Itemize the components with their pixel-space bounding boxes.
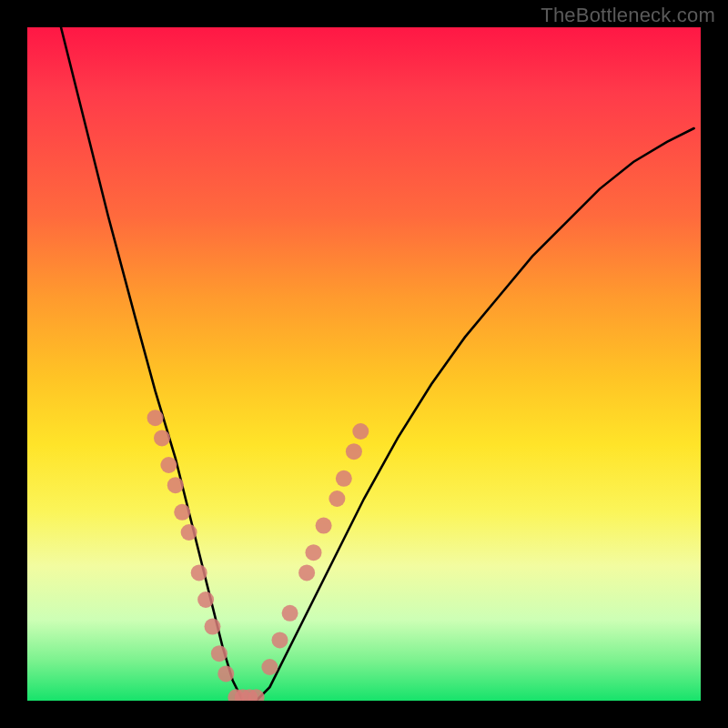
marker-dot	[272, 632, 288, 648]
plot-area	[27, 27, 701, 701]
marker-dot	[147, 410, 164, 426]
marker-dot	[282, 605, 298, 622]
marker-dot	[352, 423, 369, 440]
attribution-label: TheBottleneck.com	[541, 4, 715, 27]
marker-dot	[316, 518, 332, 534]
marker-dot	[160, 457, 177, 473]
marker-dot	[217, 665, 234, 682]
marker-dot	[181, 524, 197, 541]
marker-dot	[191, 564, 207, 581]
chart-frame: TheBottleneck.com	[0, 0, 728, 728]
marker-dot	[205, 619, 221, 635]
marker-dot	[336, 470, 352, 487]
bottleneck-curve	[61, 27, 694, 701]
marker-dot	[197, 592, 214, 608]
marker-dot	[329, 490, 345, 507]
marker-dot	[211, 645, 228, 662]
marker-dot	[306, 544, 322, 561]
marker-dot	[298, 564, 315, 581]
marker-dot	[261, 659, 278, 675]
chart-svg	[27, 27, 701, 701]
marker-dot	[167, 477, 184, 493]
marker-dot	[174, 504, 190, 521]
marker-dot	[346, 443, 362, 460]
marker-dot	[154, 430, 170, 446]
